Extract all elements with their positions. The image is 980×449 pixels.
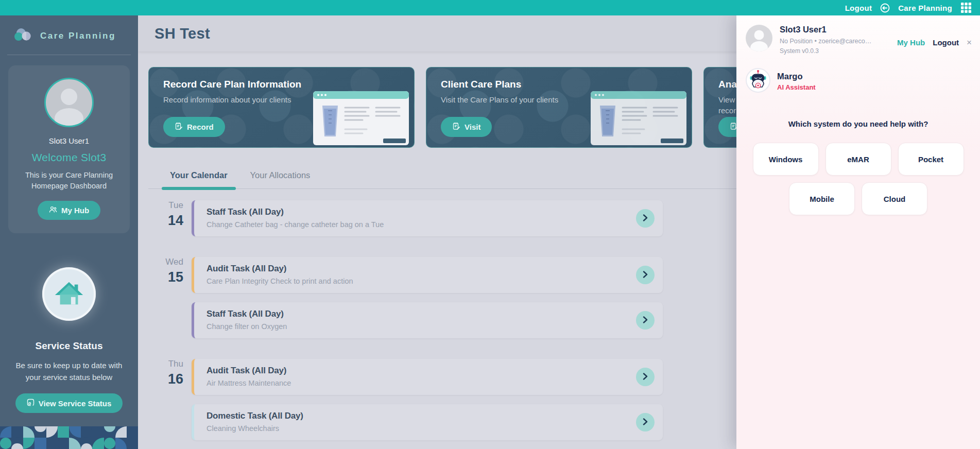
panel-header: Slot3 User1 No Position • zoerice@careco… (736, 15, 980, 55)
task-description: Care Plan Integrity Check to print and a… (207, 277, 632, 285)
sidebar-user-name: Slot3 User1 (15, 136, 123, 145)
day-number: 15 (154, 269, 183, 285)
panel-logout-link[interactable]: Logout (933, 38, 959, 47)
people-icon (49, 206, 57, 215)
user-avatar (44, 78, 94, 127)
promo-card-title: Record Care Plan Information (163, 79, 414, 90)
tasks-column: Audit Task (All Day) Air Mattress Mainte… (192, 359, 663, 440)
card-illustration (589, 91, 686, 147)
sidebar: Care Planning Slot3 User1 Welcome Slot3 … (0, 15, 138, 449)
day-name: Wed (154, 257, 183, 267)
task-row[interactable]: Audit Task (All Day) Care Plan Integrity… (192, 257, 663, 293)
assistant-message: Which system do you need help with? (736, 119, 980, 128)
system-option-cloud[interactable]: Cloud (862, 182, 927, 215)
day-name: Thu (154, 359, 183, 369)
my-hub-label: My Hub (61, 206, 89, 215)
topbar-logout-button[interactable]: Logout (845, 4, 872, 12)
logout-icon[interactable] (880, 3, 890, 13)
task-description: Air Mattress Maintenance (207, 379, 632, 387)
promo-card[interactable]: Client Care Plans Visit the Care Plans o… (426, 67, 692, 148)
my-hub-button[interactable]: My Hub (38, 201, 100, 220)
assistant-row: Margo AI Assistant (736, 55, 980, 106)
page-title: SH Test (154, 25, 210, 42)
decorative-mosaic (0, 426, 138, 449)
sidebar-dashboard-description: This is your Care Planning Homepage Dash… (15, 170, 123, 192)
status-window-icon (27, 399, 35, 408)
day-column: Thu 16 (154, 359, 192, 440)
task-description: Cleaning Wheelchairs (207, 424, 632, 433)
system-option-mobile[interactable]: Mobile (789, 182, 855, 215)
task-title: Staff Task (All Day) (207, 207, 632, 217)
promo-card-button-label: Visit (465, 123, 480, 131)
assistant-name: Margo (777, 72, 816, 81)
day-number: 16 (154, 371, 183, 387)
tasks-column: Audit Task (All Day) Care Plan Integrity… (192, 257, 663, 338)
task-row[interactable]: Audit Task (All Day) Air Mattress Mainte… (192, 359, 663, 395)
task-title: Domestic Task (All Day) (207, 411, 632, 421)
chevron-right-icon (643, 316, 648, 325)
service-status-description: Be sure to keep up to date with your ser… (9, 360, 129, 383)
clipboard-edit-icon (452, 122, 460, 132)
view-service-status-button[interactable]: View Service Status (15, 393, 123, 413)
task-row[interactable]: Staff Task (All Day) Change Catheter bag… (192, 200, 663, 236)
promo-card-button[interactable]: Record (163, 117, 225, 137)
hub-panel: Slot3 User1 No Position • zoerice@careco… (736, 15, 980, 449)
task-title: Audit Task (All Day) (207, 366, 632, 376)
topbar-brand: Care Planning (898, 4, 952, 12)
system-option-emar[interactable]: eMAR (826, 143, 891, 176)
margo-robot-avatar (746, 68, 770, 95)
task-open-button[interactable] (636, 311, 655, 330)
sidebar-welcome-text: Welcome Slot3 (15, 151, 123, 164)
panel-close-icon[interactable]: × (967, 38, 972, 47)
task-title: Audit Task (All Day) (207, 264, 632, 274)
sidebar-logo: Care Planning (0, 15, 138, 55)
panel-my-hub-link[interactable]: My Hub (897, 38, 925, 47)
card-illustration (311, 91, 409, 147)
chevron-right-icon (643, 373, 648, 382)
view-service-status-label: View Service Status (39, 399, 111, 408)
task-open-button[interactable] (636, 209, 655, 228)
tab-your-calendar[interactable]: Your Calendar (170, 170, 228, 188)
service-status-section: Service Status Be sure to keep up to dat… (0, 267, 138, 413)
task-row[interactable]: Staff Task (All Day) Change filter on Ox… (192, 302, 663, 338)
day-name: Tue (154, 200, 183, 211)
task-description: Change Catheter bag - change catheter ba… (207, 220, 632, 229)
panel-user-avatar (746, 25, 772, 51)
promo-card-button[interactable]: Visit (441, 117, 492, 137)
care-planning-logo-icon (13, 27, 34, 45)
panel-user-info: Slot3 User1 No Position • zoerice@careco… (780, 25, 872, 55)
chevron-right-icon (643, 271, 648, 280)
top-bar: Logout Care Planning (0, 0, 980, 15)
panel-actions: My Hub Logout × (897, 25, 972, 47)
task-open-button[interactable] (636, 266, 655, 284)
house-icon (42, 267, 96, 321)
tab-your-allocations[interactable]: Your Allocations (250, 170, 311, 188)
promo-card-button-label: Record (187, 123, 214, 131)
system-option-pocket[interactable]: Pocket (898, 143, 964, 176)
sidebar-brand-label: Care Planning (40, 31, 116, 41)
task-open-button[interactable] (636, 368, 655, 386)
panel-system-version: System v0.0.3 (780, 47, 872, 55)
promo-card-title: Client Care Plans (441, 79, 692, 90)
task-row[interactable]: Domestic Task (All Day) Cleaning Wheelch… (192, 404, 663, 440)
chevron-right-icon (643, 418, 648, 427)
panel-user-name: Slot3 User1 (780, 25, 872, 34)
promo-card[interactable]: Record Care Plan Information Record info… (148, 67, 415, 148)
day-column: Wed 15 (154, 257, 192, 338)
assistant-identity: Margo AI Assistant (777, 72, 816, 91)
service-status-title: Service Status (0, 340, 138, 352)
task-description: Change filter on Oxygen (207, 322, 632, 331)
chevron-right-icon (643, 214, 648, 223)
sidebar-divider (7, 55, 131, 55)
sidebar-user-card: Slot3 User1 Welcome Slot3 This is your C… (8, 65, 130, 233)
day-column: Tue 14 (154, 200, 192, 236)
tasks-column: Staff Task (All Day) Change Catheter bag… (192, 200, 663, 236)
system-options: WindowseMARPocketMobileCloud (736, 143, 980, 215)
task-title: Staff Task (All Day) (207, 309, 632, 319)
task-open-button[interactable] (636, 413, 655, 431)
day-number: 14 (154, 213, 183, 229)
system-option-windows[interactable]: Windows (753, 143, 819, 176)
app-grid-icon[interactable] (960, 2, 972, 13)
panel-user-meta: No Position • zoerice@carecontrol... (780, 38, 872, 45)
clipboard-edit-icon (175, 122, 183, 132)
